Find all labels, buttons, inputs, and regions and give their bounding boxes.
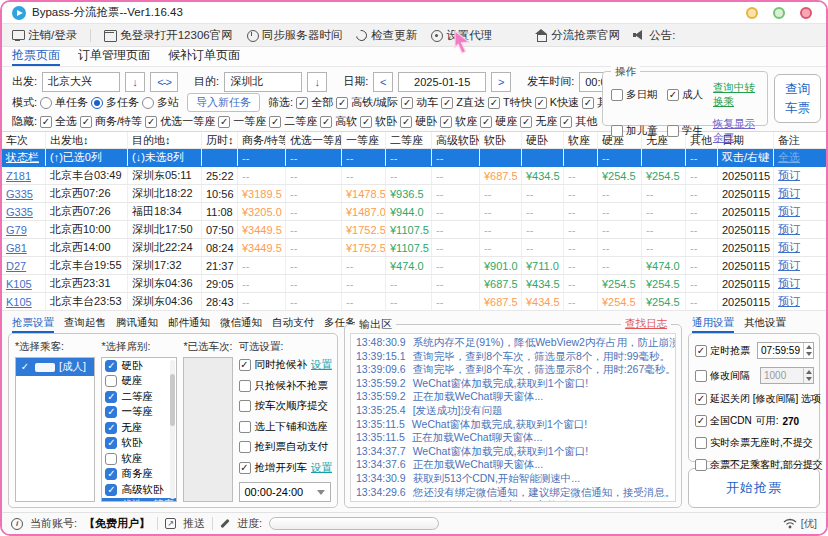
partial-submit-checkbox[interactable]: 余票不足乘客时,部分提交	[695, 458, 823, 472]
grab-option-checkbox[interactable]: 同时抢候补 设置	[239, 358, 333, 372]
hide-column-checkbox[interactable]: 一等座	[218, 114, 266, 129]
grab-option-checkbox[interactable]: 选上下铺和选座	[239, 420, 333, 434]
column-header[interactable]: 历时↕	[202, 132, 238, 148]
mode-radio[interactable]: 多任务	[91, 95, 139, 110]
hide-column-checkbox[interactable]: 硬座	[480, 114, 517, 129]
hide-column-checkbox[interactable]: 商务/特等	[80, 114, 142, 129]
query-tickets-button[interactable]: 查询车票	[774, 74, 821, 123]
menu-item[interactable]: 检查更新	[355, 28, 417, 43]
hide-column-checkbox[interactable]: 软座	[440, 114, 477, 129]
page-tab[interactable]: 抢票页面	[12, 47, 60, 66]
hide-column-checkbox[interactable]: 无座	[520, 114, 557, 129]
grab-option-checkbox[interactable]: 抢增开列车 设置	[239, 461, 333, 475]
seat-class-item[interactable]: 二等座	[102, 389, 176, 405]
delay-close-checkbox[interactable]: 延迟关闭 [修改间隔] 选项	[695, 392, 821, 406]
column-header[interactable]: 一等座	[342, 132, 386, 148]
settings-tab[interactable]: 自动支付	[272, 316, 314, 333]
date-next-button[interactable]: >	[491, 72, 511, 92]
menu-item[interactable]: 分流抢票官网	[535, 28, 620, 43]
settings-tab[interactable]: 微信通知	[220, 316, 262, 333]
scrollbar-thumb[interactable]	[170, 374, 175, 426]
column-header[interactable]: 高级软卧	[432, 132, 480, 148]
column-header[interactable]: 二等座	[386, 132, 432, 148]
settings-tab[interactable]: 抢票设置	[12, 316, 54, 333]
settings-tab[interactable]: 其他设置	[744, 316, 786, 333]
swap-stations-button[interactable]: <->	[150, 72, 178, 92]
menu-item[interactable]: 注销/登录	[12, 28, 77, 43]
train-type-checkbox[interactable]: T特快	[488, 95, 532, 110]
table-row[interactable]: 状态栏(↑)已选0列(↓)未选8列--------------双击/右键全选	[2, 149, 826, 167]
seat-class-item[interactable]: 硬座	[102, 374, 176, 390]
date-prev-button[interactable]: <	[373, 72, 393, 92]
from-input[interactable]: 北京大兴	[42, 72, 120, 92]
seat-class-item[interactable]: 软卧	[102, 436, 176, 452]
page-tab[interactable]: 候补订单页面	[168, 47, 240, 66]
adult-checkbox[interactable]: 成人	[667, 88, 713, 102]
column-header[interactable]: 硬卧	[522, 132, 564, 148]
timed-grab-checkbox[interactable]: 定时抢票	[695, 344, 750, 358]
seat-class-item[interactable]: 硬卧	[102, 358, 176, 374]
grab-option-checkbox[interactable]: 抢到票自动支付	[239, 440, 333, 454]
column-header[interactable]: 目的地↕	[128, 132, 202, 148]
close-button[interactable]	[800, 7, 812, 19]
log-output[interactable]: 13:48:30.9系统内存不足(91%)，降低WebView2内存占用，防止崩…	[350, 333, 676, 502]
to-input[interactable]: 深圳北	[224, 72, 302, 92]
train-type-checkbox[interactable]: 高铁/城际	[336, 95, 398, 110]
settings-tab[interactable]: 通用设置	[692, 316, 734, 333]
seat-class-item[interactable]: 无座	[102, 420, 176, 436]
menu-item[interactable]: 设置代理	[430, 28, 492, 43]
no-standing-checkbox[interactable]: 实时余票无座时,不提交	[695, 436, 813, 450]
mode-radio[interactable]: 多站	[142, 95, 179, 110]
hide-column-checkbox[interactable]: 全选	[40, 114, 77, 129]
table-row[interactable]: K105北京丰台23:53深圳东04:3628:43----------¥687…	[2, 293, 826, 311]
grab-option-checkbox[interactable]: 只抢候补不抢票	[239, 379, 333, 393]
child-checkbox[interactable]: 加儿童	[611, 124, 667, 138]
seat-class-listbox[interactable]: 硬卧 硬座 二等座	[101, 357, 177, 502]
hide-column-checkbox[interactable]: 其他	[560, 114, 597, 129]
menu-item[interactable]: 公告:	[633, 28, 675, 43]
multi-date-checkbox[interactable]: 多日期	[611, 88, 667, 102]
cdn-checkbox[interactable]: 全国CDN	[695, 414, 752, 428]
hide-column-checkbox[interactable]: 硬卧	[400, 114, 437, 129]
option-settings-link[interactable]: 设置	[311, 461, 332, 475]
menu-item[interactable]: 免登录打开12306官网	[104, 28, 232, 43]
table-row[interactable]: Z181北京丰台03:49深圳东05:1125:22----------¥687…	[2, 167, 826, 185]
column-header[interactable]: 软卧	[480, 132, 522, 148]
push-label[interactable]: 推送	[183, 516, 205, 531]
hide-column-checkbox[interactable]: 二等座	[269, 114, 317, 129]
column-header[interactable]: 出发地↕	[46, 132, 128, 148]
passenger-listbox[interactable]: [成人]	[15, 357, 95, 502]
minimize-button[interactable]	[746, 7, 758, 19]
settings-tab[interactable]: 查询起售	[64, 316, 106, 333]
from-dropdown-button[interactable]: ↓	[125, 72, 145, 92]
passenger-item[interactable]: [成人]	[16, 358, 94, 376]
train-type-checkbox[interactable]: 全部	[296, 95, 333, 110]
table-row[interactable]: K105北京西23:31深圳东04:3629:05----------¥687.…	[2, 275, 826, 293]
hide-column-checkbox[interactable]: 软卧	[360, 114, 397, 129]
table-row[interactable]: G335北京西07:26福田18:3411:08¥3205.0--¥1487.0…	[2, 203, 826, 221]
train-type-checkbox[interactable]: 动车	[401, 95, 438, 110]
settings-tab[interactable]: 腾讯通知	[116, 316, 158, 333]
column-header[interactable]: 车次	[2, 132, 46, 148]
seat-class-item[interactable]: 软座	[102, 451, 176, 467]
date-input[interactable]: 2025-01-15	[398, 72, 486, 92]
column-header[interactable]: 软座	[564, 132, 598, 148]
interval-checkbox[interactable]: 修改间隔	[695, 369, 750, 383]
find-log-link[interactable]: 查找日志	[621, 317, 671, 331]
column-header[interactable]: 商务/特等	[238, 132, 286, 148]
table-row[interactable]: G335北京西07:26深圳北18:2210:56¥3189.5--¥1478.…	[2, 185, 826, 203]
mode-radio[interactable]: 单任务	[40, 95, 88, 110]
timed-grab-spinner[interactable]: 07:59:59	[757, 342, 814, 359]
grab-time-range-select[interactable]: 00:00-24:00	[239, 482, 331, 502]
train-type-checkbox[interactable]: K快速	[535, 95, 579, 110]
table-row[interactable]: G81北京西14:00深圳北22:2408:24¥3449.5--¥1752.5…	[2, 239, 826, 257]
table-row[interactable]: D27北京丰台19:55深圳17:3221:37------¥474.0--¥9…	[2, 257, 826, 275]
menu-item[interactable]: 同步服务器时间	[246, 28, 343, 43]
to-dropdown-button[interactable]: ↓	[307, 72, 327, 92]
interval-spinner[interactable]: 1000	[760, 367, 814, 384]
seat-class-item[interactable]: 优选一等座	[102, 498, 176, 503]
import-task-button[interactable]: 导入新任务	[187, 93, 260, 112]
hide-column-checkbox[interactable]: 高软	[320, 114, 357, 129]
seat-class-item[interactable]: 商务座	[102, 467, 176, 483]
option-settings-link[interactable]: 设置	[311, 358, 332, 372]
